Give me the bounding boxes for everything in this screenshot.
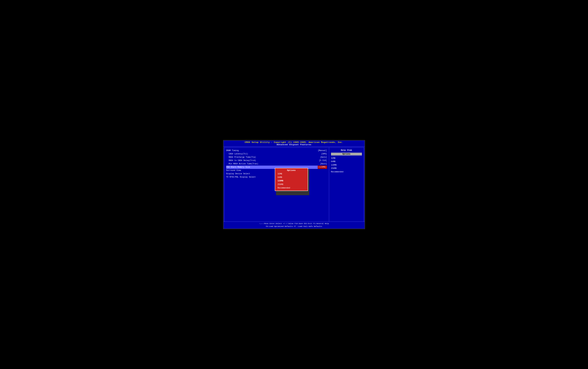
help-option-3: 256MB — [331, 167, 362, 170]
menu-value-1: [SPD] — [321, 152, 327, 156]
menu-item-1[interactable]: CAS# Latency(Tcl)[SPD] — [226, 152, 327, 156]
menu-item-2[interactable]: RAS# Precharge Time(Trp)[Auto] — [226, 156, 327, 159]
menu-item-4[interactable]: Min RAS# Active Time(Tras)[Auto] — [226, 162, 327, 165]
popup-overlay[interactable]: Options 32MB64MB128MB256MBRecommended — [275, 168, 308, 191]
help-title: Help Item — [331, 149, 362, 151]
menu-label-4: Min RAS# Active Time(Tras) — [229, 162, 258, 165]
menu-label-1: CAS# Latency(Tcl) — [229, 152, 248, 156]
menu-value-0: [Manual] — [318, 149, 327, 152]
popup-item-3[interactable]: 256MB — [275, 183, 308, 186]
menu-label-5: VGA Share Memory Size — [226, 165, 250, 169]
footer-row1: ↑↓←→:Move Enter:Select +/-/:Value F10:Sa… — [225, 222, 363, 225]
menu-item-3[interactable]: RAS# to CAS# Delay(Trcd)[5 CLK] — [226, 159, 327, 162]
right-panel: Help Item Options 32MB64MB128MB256MBReco… — [329, 147, 364, 223]
header-subtitle: Advanced Chipset Features — [225, 144, 363, 146]
menu-label-2: RAS# Precharge Time(Trp) — [229, 156, 256, 159]
popup-dropdown[interactable]: Options 32MB64MB128MB256MBRecommended — [275, 168, 308, 191]
menu-label-6: Surround View — [226, 169, 241, 172]
menu-label-0: DRAM Timing — [226, 149, 239, 152]
help-option-0: 32MB — [331, 157, 362, 160]
popup-item-2[interactable]: 128MB — [275, 179, 308, 183]
menu-label-8: TV NTSC/PAL Display Select — [226, 175, 256, 179]
header: CMOS Setup Utility - Copyright (C) 1985-… — [224, 141, 365, 147]
help-options-bar: Options — [331, 153, 362, 155]
footer-row2: F6:Load Optimized Defaults F7 :Load Fail… — [225, 225, 363, 228]
help-options-container: 32MB64MB128MB256MBRecommended — [331, 157, 362, 174]
menu-label-3: RAS# to CAS# Delay(Trcd) — [229, 159, 256, 162]
popup-item-0[interactable]: 32MB — [275, 172, 308, 176]
header-title: CMOS Setup Utility - Copyright (C) 1985-… — [225, 141, 363, 144]
menu-item-0[interactable]: DRAM Timing[Manual] — [226, 149, 327, 152]
popup-item-1[interactable]: 64MB — [275, 176, 308, 179]
footer: ↑↓←→:Move Enter:Select +/-/:Value F10:Sa… — [224, 222, 365, 228]
help-option-1: 64MB — [331, 160, 362, 164]
popup-item-4[interactable]: Recommended — [275, 186, 308, 190]
main-area: DRAM Timing[Manual]CAS# Latency(Tcl)[SPD… — [224, 147, 364, 223]
popup-items-container: 32MB64MB128MB256MBRecommended — [275, 172, 308, 190]
menu-value-5: [128MB] — [318, 165, 327, 169]
bios-screen: CMOS Setup Utility - Copyright (C) 1985-… — [223, 140, 365, 229]
popup-title: Options — [275, 169, 308, 172]
menu-value-3: [5 CLK] — [319, 159, 327, 162]
menu-label-7: Display Device Select — [226, 172, 250, 175]
menu-value-4: [Auto] — [320, 162, 327, 165]
help-option-4: Recommended — [331, 170, 362, 174]
left-panel: DRAM Timing[Manual]CAS# Latency(Tcl)[SPD… — [224, 147, 329, 223]
help-option-2: 128MB — [331, 164, 362, 167]
menu-value-2: [Auto] — [320, 156, 327, 159]
